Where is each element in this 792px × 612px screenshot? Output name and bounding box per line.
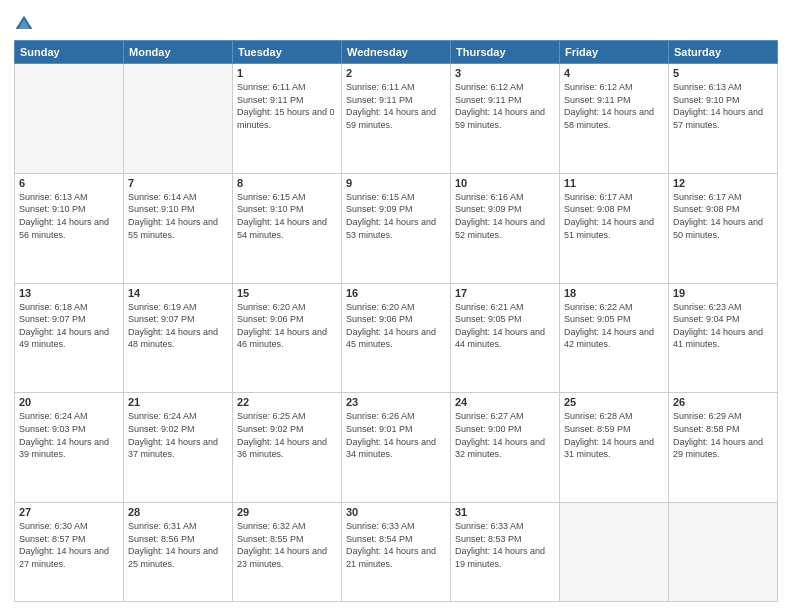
day-number: 27: [19, 506, 119, 518]
day-number: 26: [673, 396, 773, 408]
day-cell: 29Sunrise: 6:32 AMSunset: 8:55 PMDayligh…: [233, 503, 342, 602]
header: [14, 10, 778, 34]
day-number: 15: [237, 287, 337, 299]
day-detail: Sunrise: 6:26 AMSunset: 9:01 PMDaylight:…: [346, 410, 446, 460]
day-number: 8: [237, 177, 337, 189]
day-cell: 10Sunrise: 6:16 AMSunset: 9:09 PMDayligh…: [451, 173, 560, 283]
day-detail: Sunrise: 6:13 AMSunset: 9:10 PMDaylight:…: [19, 191, 119, 241]
day-detail: Sunrise: 6:16 AMSunset: 9:09 PMDaylight:…: [455, 191, 555, 241]
day-cell: 17Sunrise: 6:21 AMSunset: 9:05 PMDayligh…: [451, 283, 560, 393]
day-number: 25: [564, 396, 664, 408]
day-number: 13: [19, 287, 119, 299]
week-row-0: 1Sunrise: 6:11 AMSunset: 9:11 PMDaylight…: [15, 64, 778, 174]
day-number: 14: [128, 287, 228, 299]
day-cell: 18Sunrise: 6:22 AMSunset: 9:05 PMDayligh…: [560, 283, 669, 393]
day-number: 3: [455, 67, 555, 79]
day-detail: Sunrise: 6:29 AMSunset: 8:58 PMDaylight:…: [673, 410, 773, 460]
day-detail: Sunrise: 6:22 AMSunset: 9:05 PMDaylight:…: [564, 301, 664, 351]
day-cell: 31Sunrise: 6:33 AMSunset: 8:53 PMDayligh…: [451, 503, 560, 602]
week-row-1: 6Sunrise: 6:13 AMSunset: 9:10 PMDaylight…: [15, 173, 778, 283]
day-cell: 9Sunrise: 6:15 AMSunset: 9:09 PMDaylight…: [342, 173, 451, 283]
day-cell: 21Sunrise: 6:24 AMSunset: 9:02 PMDayligh…: [124, 393, 233, 503]
day-number: 7: [128, 177, 228, 189]
day-detail: Sunrise: 6:12 AMSunset: 9:11 PMDaylight:…: [455, 81, 555, 131]
day-detail: Sunrise: 6:21 AMSunset: 9:05 PMDaylight:…: [455, 301, 555, 351]
col-header-thursday: Thursday: [451, 41, 560, 64]
day-cell: 25Sunrise: 6:28 AMSunset: 8:59 PMDayligh…: [560, 393, 669, 503]
day-detail: Sunrise: 6:17 AMSunset: 9:08 PMDaylight:…: [673, 191, 773, 241]
day-cell: 6Sunrise: 6:13 AMSunset: 9:10 PMDaylight…: [15, 173, 124, 283]
day-cell: 23Sunrise: 6:26 AMSunset: 9:01 PMDayligh…: [342, 393, 451, 503]
day-detail: Sunrise: 6:32 AMSunset: 8:55 PMDaylight:…: [237, 520, 337, 570]
col-header-friday: Friday: [560, 41, 669, 64]
day-detail: Sunrise: 6:23 AMSunset: 9:04 PMDaylight:…: [673, 301, 773, 351]
day-detail: Sunrise: 6:27 AMSunset: 9:00 PMDaylight:…: [455, 410, 555, 460]
day-cell: 14Sunrise: 6:19 AMSunset: 9:07 PMDayligh…: [124, 283, 233, 393]
day-detail: Sunrise: 6:15 AMSunset: 9:10 PMDaylight:…: [237, 191, 337, 241]
day-cell: 2Sunrise: 6:11 AMSunset: 9:11 PMDaylight…: [342, 64, 451, 174]
col-header-wednesday: Wednesday: [342, 41, 451, 64]
col-header-monday: Monday: [124, 41, 233, 64]
day-cell: [669, 503, 778, 602]
day-cell: 20Sunrise: 6:24 AMSunset: 9:03 PMDayligh…: [15, 393, 124, 503]
day-detail: Sunrise: 6:20 AMSunset: 9:06 PMDaylight:…: [346, 301, 446, 351]
day-cell: 28Sunrise: 6:31 AMSunset: 8:56 PMDayligh…: [124, 503, 233, 602]
day-number: 2: [346, 67, 446, 79]
day-detail: Sunrise: 6:11 AMSunset: 9:11 PMDaylight:…: [237, 81, 337, 131]
day-cell: 3Sunrise: 6:12 AMSunset: 9:11 PMDaylight…: [451, 64, 560, 174]
day-cell: 30Sunrise: 6:33 AMSunset: 8:54 PMDayligh…: [342, 503, 451, 602]
day-cell: 8Sunrise: 6:15 AMSunset: 9:10 PMDaylight…: [233, 173, 342, 283]
day-number: 22: [237, 396, 337, 408]
day-detail: Sunrise: 6:17 AMSunset: 9:08 PMDaylight:…: [564, 191, 664, 241]
day-detail: Sunrise: 6:12 AMSunset: 9:11 PMDaylight:…: [564, 81, 664, 131]
day-cell: 22Sunrise: 6:25 AMSunset: 9:02 PMDayligh…: [233, 393, 342, 503]
day-number: 12: [673, 177, 773, 189]
day-detail: Sunrise: 6:18 AMSunset: 9:07 PMDaylight:…: [19, 301, 119, 351]
day-detail: Sunrise: 6:14 AMSunset: 9:10 PMDaylight:…: [128, 191, 228, 241]
day-number: 1: [237, 67, 337, 79]
day-cell: 7Sunrise: 6:14 AMSunset: 9:10 PMDaylight…: [124, 173, 233, 283]
day-number: 10: [455, 177, 555, 189]
day-number: 30: [346, 506, 446, 518]
day-number: 4: [564, 67, 664, 79]
day-cell: 16Sunrise: 6:20 AMSunset: 9:06 PMDayligh…: [342, 283, 451, 393]
day-number: 31: [455, 506, 555, 518]
day-number: 21: [128, 396, 228, 408]
day-number: 9: [346, 177, 446, 189]
day-detail: Sunrise: 6:31 AMSunset: 8:56 PMDaylight:…: [128, 520, 228, 570]
col-header-sunday: Sunday: [15, 41, 124, 64]
day-number: 20: [19, 396, 119, 408]
day-detail: Sunrise: 6:15 AMSunset: 9:09 PMDaylight:…: [346, 191, 446, 241]
week-row-2: 13Sunrise: 6:18 AMSunset: 9:07 PMDayligh…: [15, 283, 778, 393]
day-cell: 13Sunrise: 6:18 AMSunset: 9:07 PMDayligh…: [15, 283, 124, 393]
calendar-table: SundayMondayTuesdayWednesdayThursdayFrid…: [14, 40, 778, 602]
day-number: 19: [673, 287, 773, 299]
day-detail: Sunrise: 6:13 AMSunset: 9:10 PMDaylight:…: [673, 81, 773, 131]
day-cell: 5Sunrise: 6:13 AMSunset: 9:10 PMDaylight…: [669, 64, 778, 174]
week-row-3: 20Sunrise: 6:24 AMSunset: 9:03 PMDayligh…: [15, 393, 778, 503]
day-detail: Sunrise: 6:28 AMSunset: 8:59 PMDaylight:…: [564, 410, 664, 460]
day-cell: 19Sunrise: 6:23 AMSunset: 9:04 PMDayligh…: [669, 283, 778, 393]
day-detail: Sunrise: 6:33 AMSunset: 8:53 PMDaylight:…: [455, 520, 555, 570]
day-cell: [124, 64, 233, 174]
page: SundayMondayTuesdayWednesdayThursdayFrid…: [0, 0, 792, 612]
week-row-4: 27Sunrise: 6:30 AMSunset: 8:57 PMDayligh…: [15, 503, 778, 602]
day-number: 23: [346, 396, 446, 408]
day-cell: 1Sunrise: 6:11 AMSunset: 9:11 PMDaylight…: [233, 64, 342, 174]
day-number: 17: [455, 287, 555, 299]
day-cell: 27Sunrise: 6:30 AMSunset: 8:57 PMDayligh…: [15, 503, 124, 602]
calendar-header-row: SundayMondayTuesdayWednesdayThursdayFrid…: [15, 41, 778, 64]
day-number: 18: [564, 287, 664, 299]
day-number: 6: [19, 177, 119, 189]
day-number: 11: [564, 177, 664, 189]
day-cell: 26Sunrise: 6:29 AMSunset: 8:58 PMDayligh…: [669, 393, 778, 503]
day-cell: 15Sunrise: 6:20 AMSunset: 9:06 PMDayligh…: [233, 283, 342, 393]
day-number: 5: [673, 67, 773, 79]
day-detail: Sunrise: 6:30 AMSunset: 8:57 PMDaylight:…: [19, 520, 119, 570]
day-detail: Sunrise: 6:11 AMSunset: 9:11 PMDaylight:…: [346, 81, 446, 131]
day-cell: 11Sunrise: 6:17 AMSunset: 9:08 PMDayligh…: [560, 173, 669, 283]
day-cell: [15, 64, 124, 174]
logo-icon: [14, 14, 34, 34]
day-cell: 24Sunrise: 6:27 AMSunset: 9:00 PMDayligh…: [451, 393, 560, 503]
day-detail: Sunrise: 6:19 AMSunset: 9:07 PMDaylight:…: [128, 301, 228, 351]
